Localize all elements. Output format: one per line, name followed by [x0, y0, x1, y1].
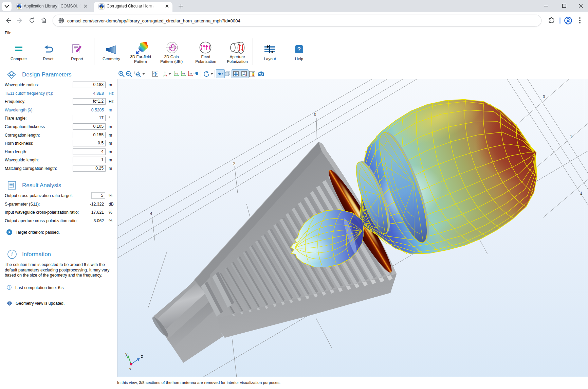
- svg-text:x: x: [129, 367, 131, 371]
- svg-text:xz: xz: [189, 72, 192, 75]
- svg-text:xy: xy: [175, 72, 178, 75]
- svg-text:-2: -2: [232, 161, 236, 166]
- svg-text:1: 1: [580, 191, 583, 196]
- svg-text:?: ?: [297, 46, 301, 53]
- svg-text:y: y: [125, 351, 128, 356]
- svg-text:yz: yz: [182, 72, 185, 75]
- svg-text:0: 0: [543, 94, 545, 99]
- svg-text:i: i: [9, 286, 10, 289]
- svg-text:i: i: [11, 251, 13, 258]
- svg-text:-1: -1: [569, 135, 572, 139]
- svg-text:z: z: [141, 354, 143, 359]
- svg-text:-4: -4: [149, 211, 152, 216]
- svg-text:0: 0: [314, 112, 316, 117]
